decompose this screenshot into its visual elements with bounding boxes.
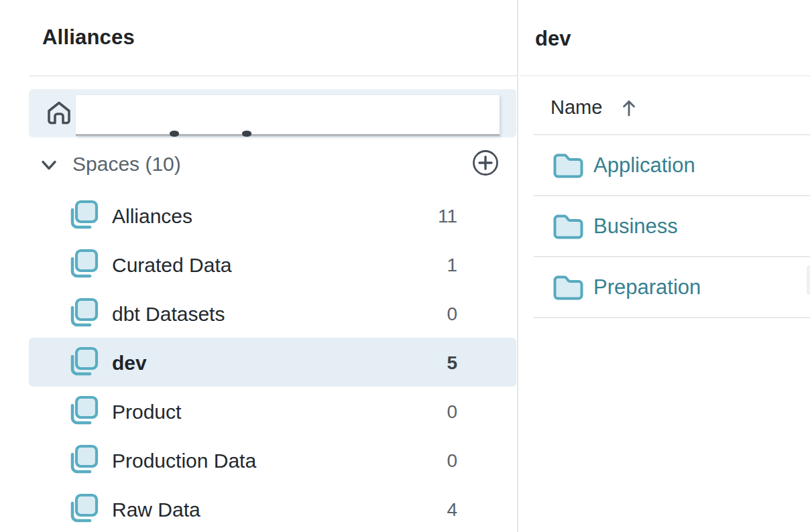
space-list: Alliances 11 Curated Data 1 dbt Datasets… bbox=[29, 191, 516, 532]
sidebar-space-item-dev[interactable]: dev 5 bbox=[29, 338, 516, 387]
space-icon bbox=[68, 444, 99, 475]
sidebar-space-item-product[interactable]: Product 0 bbox=[29, 387, 516, 436]
add-space-button[interactable] bbox=[471, 149, 500, 177]
space-item-label: Alliances bbox=[112, 205, 192, 228]
plus-circle-icon bbox=[471, 169, 500, 179]
sidebar-space-item-alliances[interactable]: Alliances 11 bbox=[29, 191, 516, 240]
space-icon bbox=[68, 395, 99, 426]
space-item-count: 11 bbox=[430, 206, 457, 227]
space-icon bbox=[68, 200, 99, 230]
folder-table: Application Business Preparation bbox=[520, 135, 810, 318]
space-contents-panel: dev Name Application Business bbox=[520, 0, 810, 532]
sidebar-space-item-curated-data[interactable]: Curated Data 1 bbox=[29, 240, 516, 289]
space-item-label: Curated Data bbox=[112, 254, 231, 277]
chevron-down-icon[interactable] bbox=[37, 153, 61, 177]
folder-link[interactable]: Business bbox=[593, 214, 678, 239]
sidebar-title: Alliances bbox=[42, 25, 135, 50]
sidebar-space-item-production-data[interactable]: Production Data 0 bbox=[29, 436, 516, 484]
folder-row-application[interactable]: Application bbox=[520, 135, 810, 196]
folder-row-business[interactable]: Business bbox=[520, 196, 810, 257]
redacted-text-descender bbox=[242, 131, 251, 137]
folder-icon bbox=[552, 273, 585, 302]
page-title: dev bbox=[535, 27, 571, 51]
space-item-label: Product bbox=[112, 401, 181, 423]
spaces-section-label[interactable]: Spaces (10) bbox=[72, 153, 181, 176]
space-item-label: Raw Data bbox=[112, 498, 200, 521]
sidebar-space-item-raw-data[interactable]: Raw Data 4 bbox=[29, 484, 516, 532]
table-header-name-sort[interactable]: Name bbox=[520, 90, 810, 134]
space-icon bbox=[68, 249, 99, 279]
space-icon bbox=[68, 493, 99, 524]
space-item-label: Production Data bbox=[112, 450, 256, 472]
sidebar-title-divider bbox=[30, 75, 517, 76]
folder-row-preparation[interactable]: Preparation bbox=[520, 257, 810, 318]
name-column-header: Name bbox=[551, 96, 602, 119]
space-icon bbox=[68, 346, 99, 377]
main-title-divider bbox=[520, 75, 810, 76]
sort-ascending-icon bbox=[618, 97, 640, 119]
folder-link[interactable]: Application bbox=[593, 153, 695, 178]
space-item-count: 0 bbox=[430, 401, 457, 423]
folder-icon bbox=[552, 151, 585, 180]
space-item-label: dbt Datasets bbox=[112, 303, 225, 326]
redacted-home-label-overlay bbox=[76, 95, 500, 136]
space-item-count: 0 bbox=[430, 304, 457, 325]
spaces-sidebar: Alliances Spaces (10) bbox=[0, 0, 518, 532]
space-item-count: 0 bbox=[430, 450, 457, 472]
clipped-edge-element bbox=[807, 265, 810, 295]
space-item-count: 5 bbox=[430, 352, 457, 374]
space-item-label: dev bbox=[112, 352, 147, 375]
redacted-text-descender bbox=[170, 131, 179, 137]
folder-icon bbox=[552, 212, 585, 241]
space-item-count: 4 bbox=[430, 499, 457, 521]
row-divider-pad bbox=[520, 317, 534, 318]
folder-link[interactable]: Preparation bbox=[593, 275, 701, 300]
space-icon bbox=[68, 297, 99, 328]
home-row[interactable] bbox=[29, 89, 516, 137]
sidebar-space-item-dbt-datasets[interactable]: dbt Datasets 0 bbox=[29, 289, 516, 338]
space-item-count: 1 bbox=[430, 255, 457, 276]
spaces-section-header: Spaces (10) bbox=[29, 147, 516, 180]
home-icon bbox=[44, 98, 74, 128]
